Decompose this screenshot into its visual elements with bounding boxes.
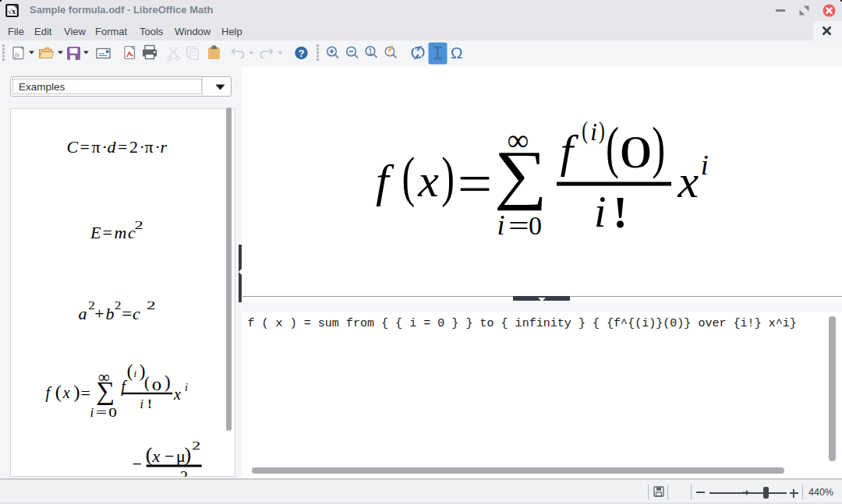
svg-text:=: = (103, 223, 112, 242)
svg-text:!: ! (613, 189, 628, 237)
svg-text:∞: ∞ (98, 368, 110, 386)
svg-text:=: = (122, 304, 132, 323)
svg-text:=: = (458, 153, 492, 215)
svg-text:f: f (46, 384, 52, 402)
svg-text:E: E (90, 223, 101, 242)
svg-text:x: x (417, 155, 439, 206)
svg-text:(: ( (582, 118, 588, 144)
svg-text:c: c (133, 304, 140, 323)
svg-text:−: − (165, 446, 174, 466)
svg-text:x: x (152, 446, 161, 466)
svg-text:): ) (165, 372, 171, 392)
svg-text:1: 1 (368, 47, 373, 56)
svg-text:2: 2 (180, 468, 188, 477)
svg-text:r: r (161, 137, 168, 157)
svg-text:0: 0 (529, 211, 542, 240)
svg-text:i: i (90, 405, 94, 420)
svg-text:i: i (140, 397, 143, 411)
svg-text:Ω: Ω (451, 44, 463, 62)
svg-text:(: ( (606, 116, 619, 179)
svg-text:): ) (599, 118, 605, 144)
svg-text:(: ( (127, 361, 133, 381)
svg-text:a: a (79, 304, 87, 323)
svg-text:f: f (560, 125, 578, 177)
svg-text:=: = (508, 210, 529, 241)
svg-text:(: ( (55, 382, 62, 402)
svg-text:+: + (94, 304, 104, 323)
svg-text:π: π (145, 137, 154, 157)
svg-text:0: 0 (152, 378, 162, 393)
svg-text:i: i (590, 118, 597, 146)
svg-text:): ) (73, 382, 80, 402)
svg-text:=: = (80, 137, 90, 157)
svg-text:): ) (185, 443, 192, 466)
svg-text:2: 2 (129, 137, 138, 157)
svg-text:x: x (62, 384, 70, 401)
svg-text:C: C (67, 137, 79, 157)
svg-text:(: ( (146, 443, 153, 466)
svg-text:!: ! (147, 397, 151, 411)
svg-text:√x: √x (8, 8, 16, 16)
svg-text:): ) (441, 146, 455, 208)
svg-text:i: i (497, 210, 505, 241)
svg-text:(: ( (144, 373, 150, 392)
svg-text:2: 2 (192, 439, 200, 452)
svg-text:b: b (106, 304, 115, 323)
svg-text:mc: mc (115, 223, 137, 242)
svg-text:i: i (594, 188, 607, 236)
svg-text:=: = (81, 383, 90, 403)
svg-text:d: d (108, 137, 117, 157)
svg-text:f: f (376, 155, 394, 206)
svg-text:2: 2 (115, 300, 122, 312)
svg-text:i: i (134, 368, 137, 379)
svg-text:∞: ∞ (508, 123, 529, 157)
svg-text:(: ( (402, 146, 415, 208)
svg-text:0: 0 (108, 405, 117, 420)
svg-text:=: = (118, 137, 127, 157)
svg-text:−: − (133, 454, 142, 474)
svg-text:fx: fx (15, 51, 19, 58)
svg-text:?: ? (299, 48, 305, 59)
svg-text:i: i (701, 150, 709, 181)
svg-text:x: x (173, 386, 181, 403)
svg-text:2: 2 (135, 220, 143, 231)
svg-text:π: π (92, 137, 101, 157)
svg-text:2: 2 (147, 300, 156, 312)
svg-text:0: 0 (620, 126, 653, 178)
svg-text:): ) (652, 116, 665, 179)
svg-text:i: i (185, 382, 188, 393)
svg-text:x: x (677, 156, 699, 207)
svg-text:=: = (96, 405, 108, 420)
